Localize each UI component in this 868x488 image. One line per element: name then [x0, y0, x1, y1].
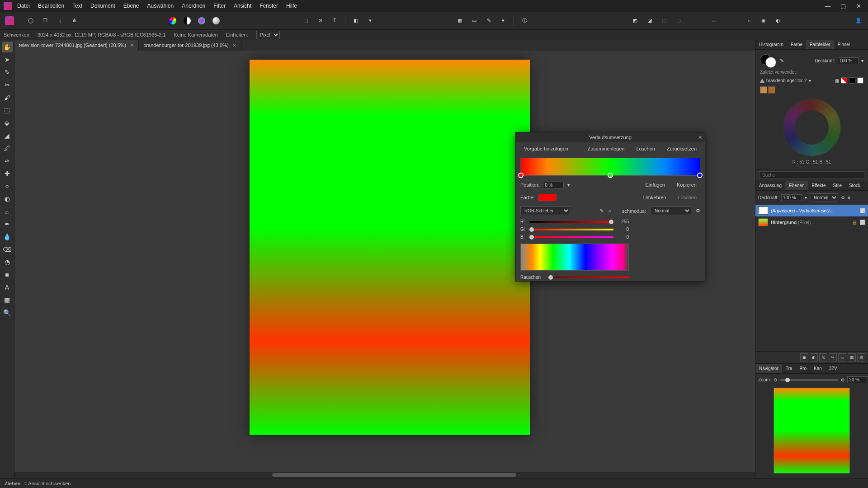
menu-file[interactable]: Datei — [17, 3, 30, 9]
brush-tool[interactable]: 🖊 — [2, 143, 13, 154]
fg-color[interactable] — [765, 57, 776, 68]
cube-icon[interactable]: ❐ — [39, 15, 51, 27]
tag-icon[interactable]: ▭ — [468, 15, 480, 27]
delete-stop-button[interactable]: Löschen — [674, 194, 700, 201]
layer-0[interactable]: (Anpassung - Verlaufsumsetz... ✓ — [755, 205, 868, 216]
options-icon[interactable]: ○ — [608, 208, 611, 214]
noise-slider[interactable] — [548, 277, 629, 278]
user-icon[interactable]: 👤 — [853, 15, 864, 27]
merge-button[interactable]: Zusammenlegen — [584, 145, 628, 152]
swatch-none[interactable] — [841, 77, 847, 84]
layer-btn-adj[interactable]: ◐ — [810, 353, 818, 361]
layer-btn-folder[interactable]: ▭ — [838, 353, 846, 361]
pen-tool[interactable]: ✒ — [2, 219, 13, 230]
delete-button[interactable]: Löschen — [632, 145, 659, 152]
tab-layers[interactable]: Ebenen — [785, 181, 808, 190]
layer-btn-delete[interactable]: 🗑 — [857, 353, 865, 361]
gradient-stop-0[interactable] — [518, 173, 524, 178]
position-input[interactable] — [543, 182, 564, 188]
cursor-icon[interactable]: Ꮖ — [329, 15, 340, 27]
select-rect-icon[interactable]: ⬚ — [300, 15, 311, 27]
clone-tool[interactable]: ✑ — [2, 155, 13, 166]
select-none-icon[interactable]: ⊘ — [314, 15, 326, 27]
menu-edit[interactable]: Bearbeiten — [38, 3, 64, 9]
crop-icon[interactable]: ◧ — [350, 15, 362, 27]
r-slider[interactable] — [529, 221, 613, 223]
info-icon[interactable]: ⓘ — [519, 15, 530, 27]
h-scrollbar-thumb[interactable] — [272, 473, 516, 477]
layer-1-lock-icon[interactable]: 🔒 — [852, 220, 857, 225]
swatch-black[interactable] — [849, 77, 855, 84]
menu-help[interactable]: Hilfe — [286, 3, 297, 9]
recent-name[interactable]: brandenburger-tor-2 — [766, 78, 807, 83]
contrast-icon[interactable] — [181, 15, 193, 27]
tab-brushes[interactable]: Pinsel — [834, 40, 854, 49]
flood-tool[interactable]: ⬙ — [2, 117, 13, 128]
refresh-icon[interactable]: ◯ — [25, 15, 37, 27]
grid-view-icon[interactable]: ▦ — [835, 78, 839, 83]
blend-mode-select[interactable]: Normal — [810, 193, 838, 202]
tab-1-close[interactable]: ✕ — [232, 42, 236, 48]
color-wheel-icon[interactable] — [167, 15, 179, 27]
move-tool[interactable]: ➤ — [2, 54, 13, 65]
close-button[interactable]: ✕ — [853, 3, 864, 9]
blend-op-select[interactable]: Normal — [651, 206, 691, 215]
tab-kan[interactable]: Kan — [810, 364, 826, 373]
smudge-tool[interactable]: ◐ — [2, 193, 13, 204]
menu-window[interactable]: Fenster — [259, 3, 278, 9]
grid-icon[interactable]: ▦ — [454, 15, 466, 27]
g-slider[interactable] — [529, 229, 613, 230]
sphere-icon[interactable] — [210, 15, 222, 27]
zoom-slider[interactable] — [780, 379, 838, 381]
layer-search-input[interactable] — [759, 171, 864, 179]
crop-tool[interactable]: ✂ — [2, 80, 13, 90]
tab-0-close[interactable]: ✕ — [130, 42, 134, 48]
eraser-tool[interactable]: ⌫ — [2, 244, 13, 255]
circle1-icon[interactable]: ○ — [743, 15, 755, 27]
paint-tool[interactable]: 🖌 — [2, 92, 13, 103]
zoom-in-icon[interactable]: ⊕ — [841, 377, 844, 382]
color-picker-tool[interactable]: ✎ — [2, 67, 13, 78]
layer-opacity-input[interactable] — [781, 194, 802, 201]
gradient-stop-1[interactable] — [608, 173, 613, 178]
layer-1[interactable]: Hintergrund (Pixel) 🔒 ✓ — [755, 216, 868, 228]
eyedropper-icon[interactable]: ✎ — [780, 58, 784, 64]
heal-tool[interactable]: ✚ — [2, 168, 13, 179]
swatch-1[interactable] — [768, 86, 775, 94]
tab-adjustment[interactable]: Anpassung — [755, 181, 785, 190]
menu-view[interactable]: Ansicht — [234, 3, 251, 9]
nav-preview[interactable] — [774, 388, 850, 474]
mask-icon[interactable]: ◪ — [644, 15, 656, 27]
mesh-tool[interactable]: ▦ — [2, 295, 13, 305]
layer-1-visible[interactable]: ✓ — [860, 220, 865, 225]
opacity-input[interactable] — [838, 57, 859, 64]
gradient-bar[interactable] — [520, 158, 700, 176]
layer-icon[interactable]: ◩ — [629, 15, 641, 27]
layer-btn-mask[interactable]: ▣ — [800, 353, 808, 361]
hand-tool[interactable]: ✋ — [2, 42, 13, 52]
blur-tool[interactable]: ○ — [2, 181, 13, 192]
layer-opacity-dd[interactable]: ▾ — [805, 195, 807, 200]
h-scrollbar[interactable] — [14, 472, 755, 478]
brush-preset-icon[interactable]: ✎ — [483, 15, 495, 27]
layer-0-visible[interactable]: ✓ — [860, 208, 865, 213]
tab-effects[interactable]: Effekte — [808, 181, 830, 190]
zoom-tool[interactable]: 🔍 — [2, 307, 13, 318]
swatch-white[interactable] — [857, 77, 863, 84]
layer-gear-icon[interactable]: ⚙ — [841, 195, 845, 200]
tab-1[interactable]: brandenburger-tor-201939.jpg (43,0%) ✕ — [139, 40, 241, 51]
color-model-select[interactable]: RGB-Schieber — [520, 206, 570, 215]
tab-pro[interactable]: Pro — [796, 364, 810, 373]
reverse-button[interactable]: Umkehren — [640, 194, 670, 201]
picker-icon[interactable]: ✎ — [599, 208, 604, 214]
color-swatch[interactable] — [538, 194, 557, 201]
swatch-0[interactable] — [760, 86, 767, 94]
tab-navigator[interactable]: Navigator — [755, 364, 782, 373]
dodge-tool[interactable]: ☼ — [2, 206, 13, 217]
tab-32v[interactable]: 32V — [826, 364, 841, 373]
sponge-tool[interactable]: ◔ — [2, 257, 13, 267]
hue-icon[interactable] — [196, 15, 208, 27]
circle2-icon[interactable]: ◉ — [758, 15, 769, 27]
hue-strip[interactable] — [520, 244, 629, 271]
tab-swatches[interactable]: Farbfelder — [806, 40, 834, 49]
